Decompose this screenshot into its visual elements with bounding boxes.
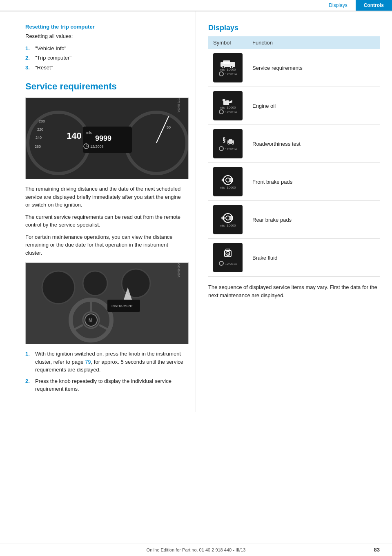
front-brake-icon	[221, 174, 235, 186]
watermark-1: MV07230/09A	[177, 98, 180, 113]
svg-text:260: 260	[35, 145, 41, 149]
symbol-cell-1: mls 10000 12/2014	[208, 49, 247, 87]
symbol-cell-2: mls 10000 12/2014	[208, 87, 247, 125]
function-cell-2: Engine oil	[247, 87, 380, 125]
table-row: mls 10000 Rear brake pads	[208, 201, 380, 239]
service-steps: 1. With the ignition switched on, press …	[25, 350, 183, 393]
symbol-icon-service: mls 10000 12/2014	[213, 53, 243, 82]
oil-icon	[222, 97, 234, 106]
svg-point-26	[83, 271, 107, 296]
svg-point-49	[226, 216, 230, 220]
svg-rect-46	[230, 178, 233, 182]
symbol-icon-brake-fluid: (!) 12/2014	[213, 243, 243, 272]
car-icon	[220, 59, 236, 68]
svg-rect-41	[229, 139, 232, 141]
dashboard-image-1: 200 220 240 260 140 mls 9999	[25, 98, 189, 179]
table-row: (!) 12/2014 Brake fluid	[208, 239, 380, 277]
table-row: § 12/2014	[208, 125, 380, 163]
resetting-section: Resetting the trip computer Resetting al…	[25, 24, 183, 71]
right-column: Displays Symbol Function	[196, 11, 392, 412]
body-text-3: For certain maintenance operations, you …	[25, 233, 183, 257]
left-column: Resetting the trip computer Resetting al…	[0, 11, 196, 412]
col-function: Function	[247, 36, 380, 49]
svg-text:(!): (!)	[227, 253, 230, 256]
nav-displays[interactable]: Displays	[321, 0, 355, 11]
svg-rect-32	[223, 60, 230, 64]
table-row: mls 10000 12/2014 Service requirements	[208, 49, 380, 87]
page-link[interactable]: 79	[85, 359, 91, 365]
svg-line-38	[225, 100, 229, 101]
svg-point-25	[42, 271, 75, 304]
table-row: mls 10000 Front brake pads	[208, 163, 380, 201]
svg-text:INSTRUMENT: INSTRUMENT	[111, 304, 133, 308]
body-text-2: The current service requirements can be …	[25, 213, 183, 229]
svg-point-42	[228, 143, 229, 145]
roadworthiness-icon: §	[221, 136, 235, 145]
service-step-2: 2. Press the knob repeatedly to display …	[25, 377, 183, 393]
svg-text:§: §	[223, 136, 226, 143]
symbol-table: Symbol Function	[208, 36, 380, 277]
service-requirements-section: Service requirements 200	[25, 81, 183, 393]
cluster-display-1: 200 220 240 260 140 mls 9999	[26, 98, 188, 179]
svg-text:12/2008: 12/2008	[90, 145, 104, 149]
resetting-steps: 1. "Vehicle Info" 2. "Trip computer" 3. …	[25, 44, 183, 72]
svg-rect-37	[223, 99, 225, 101]
service-step-1-text: With the ignition switched on, press the…	[35, 350, 183, 374]
symbol-icon-roadworthiness: § 12/2014	[213, 129, 243, 158]
svg-marker-47	[221, 178, 223, 182]
svg-text:200: 200	[39, 119, 45, 123]
service-requirements-title: Service requirements	[25, 81, 183, 92]
dashboard-image-2: M INSTRUMENT NFC4049/09A	[25, 262, 189, 344]
table-header-row: Symbol Function	[208, 36, 380, 49]
symbol-cell-3: § 12/2014	[208, 125, 247, 163]
table-row: mls 10000 12/2014 Engine oil	[208, 87, 380, 125]
service-step-2-text: Press the knob repeatedly to display the…	[35, 377, 183, 393]
symbol-icon-engine-oil: mls 10000 12/2014	[213, 91, 243, 120]
svg-rect-35	[223, 101, 229, 105]
svg-marker-51	[221, 216, 223, 220]
svg-marker-36	[229, 100, 232, 103]
brake-fluid-icon: (!)	[221, 249, 235, 260]
function-cell-1: Service requirements	[247, 49, 380, 87]
svg-text:9999: 9999	[95, 134, 111, 142]
svg-text:220: 220	[37, 127, 43, 131]
svg-point-43	[232, 143, 234, 145]
symbol-icon-rear-brake: mls 10000	[213, 205, 243, 234]
resetting-step-3: 3. "Reset"	[25, 64, 183, 72]
footer-text: Online Edition for Part no. 01 40 2 918 …	[147, 547, 246, 552]
interior-svg: M INSTRUMENT	[26, 263, 189, 344]
symbol-cell-5: mls 10000	[208, 201, 247, 239]
service-step-1: 1. With the ignition switched on, press …	[25, 350, 183, 374]
speedometer-svg: 200 220 240 260 140 mls 9999	[26, 98, 189, 179]
displays-title: Displays	[208, 24, 380, 32]
main-content: Resetting the trip computer Resetting al…	[0, 11, 392, 412]
svg-text:mls: mls	[86, 131, 92, 135]
rear-brake-icon	[221, 212, 235, 224]
body-text-1: The remaining driving distance and the d…	[25, 185, 183, 209]
col-symbol: Symbol	[208, 36, 247, 49]
nav-controls[interactable]: Controls	[356, 0, 392, 11]
function-cell-4: Front brake pads	[247, 163, 380, 201]
symbol-cell-6: (!) 12/2014	[208, 239, 247, 277]
function-cell-5: Rear brake pads	[247, 201, 380, 239]
page-footer: Online Edition for Part no. 01 40 2 918 …	[0, 543, 392, 556]
svg-text:240: 240	[36, 136, 42, 140]
watermark-2: NFC4049/09A	[177, 262, 180, 278]
symbol-cell-4: mls 10000	[208, 163, 247, 201]
svg-text:140: 140	[67, 131, 82, 141]
resetting-step-1: 1. "Vehicle Info"	[25, 44, 183, 53]
resetting-subtitle: Resetting all values:	[25, 32, 183, 40]
page-number: 83	[374, 547, 380, 553]
resetting-step-2: 2. "Trip computer"	[25, 54, 183, 62]
svg-text:M: M	[89, 318, 92, 322]
displays-footer-text: The sequence of displayed service items …	[208, 283, 380, 299]
svg-text:50: 50	[167, 125, 171, 129]
svg-point-45	[226, 178, 230, 182]
function-cell-3: Roadworthiness test	[247, 125, 380, 163]
function-cell-6: Brake fluid	[247, 239, 380, 277]
nav-displays-label: Displays	[329, 2, 347, 8]
nav-controls-label: Controls	[364, 2, 384, 8]
svg-rect-50	[230, 216, 233, 220]
top-navigation: Displays Controls	[0, 0, 392, 11]
resetting-title: Resetting the trip computer	[25, 24, 183, 30]
